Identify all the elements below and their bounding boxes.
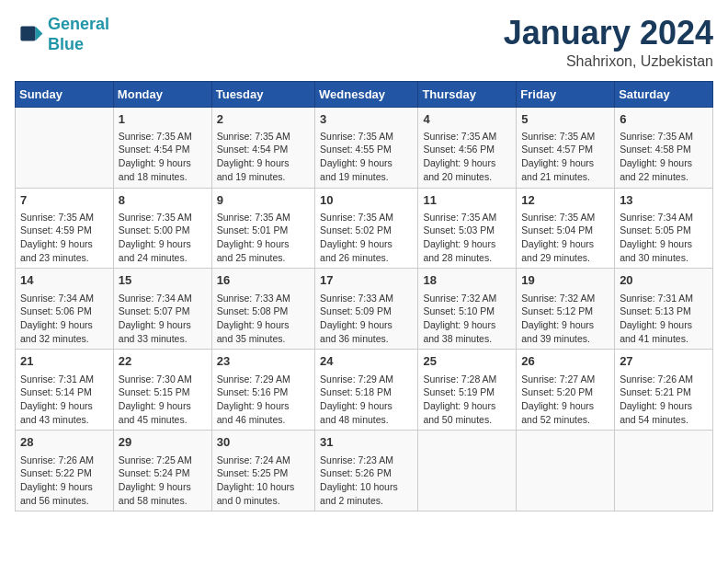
day-info: Sunrise: 7:24 AM Sunset: 5:25 PM Dayligh…: [217, 454, 310, 508]
day-info: Sunrise: 7:35 AM Sunset: 5:02 PM Dayligh…: [320, 211, 413, 265]
column-header-monday: Monday: [113, 81, 211, 107]
title-block: January 2024 Shahrixon, Uzbekistan: [504, 15, 713, 70]
calendar-cell: 8Sunrise: 7:35 AM Sunset: 5:00 PM Daylig…: [113, 188, 211, 269]
day-info: Sunrise: 7:29 AM Sunset: 5:16 PM Dayligh…: [217, 373, 310, 427]
calendar-cell: 31Sunrise: 7:23 AM Sunset: 5:26 PM Dayli…: [315, 431, 418, 511]
day-number: 30: [217, 434, 310, 451]
calendar-cell: 18Sunrise: 7:32 AM Sunset: 5:10 PM Dayli…: [418, 269, 517, 350]
day-number: 7: [20, 192, 108, 209]
calendar-cell: 7Sunrise: 7:35 AM Sunset: 4:59 PM Daylig…: [16, 188, 114, 269]
calendar-cell: 28Sunrise: 7:26 AM Sunset: 5:22 PM Dayli…: [16, 431, 114, 511]
day-info: Sunrise: 7:33 AM Sunset: 5:08 PM Dayligh…: [217, 292, 310, 346]
calendar-cell: [418, 431, 517, 511]
day-info: Sunrise: 7:35 AM Sunset: 4:54 PM Dayligh…: [217, 130, 310, 184]
day-info: Sunrise: 7:26 AM Sunset: 5:21 PM Dayligh…: [620, 373, 708, 427]
calendar-cell: 30Sunrise: 7:24 AM Sunset: 5:25 PM Dayli…: [211, 431, 314, 511]
day-info: Sunrise: 7:29 AM Sunset: 5:18 PM Dayligh…: [320, 373, 413, 427]
calendar-cell: 20Sunrise: 7:31 AM Sunset: 5:13 PM Dayli…: [615, 269, 713, 350]
day-info: Sunrise: 7:35 AM Sunset: 4:55 PM Dayligh…: [320, 130, 413, 184]
day-info: Sunrise: 7:25 AM Sunset: 5:24 PM Dayligh…: [119, 454, 207, 508]
column-header-wednesday: Wednesday: [315, 81, 418, 107]
calendar-week-1: 1Sunrise: 7:35 AM Sunset: 4:54 PM Daylig…: [16, 107, 713, 188]
calendar-cell: 15Sunrise: 7:34 AM Sunset: 5:07 PM Dayli…: [113, 269, 211, 350]
column-header-thursday: Thursday: [418, 81, 517, 107]
calendar-week-2: 7Sunrise: 7:35 AM Sunset: 4:59 PM Daylig…: [16, 188, 713, 269]
day-number: 26: [521, 353, 609, 370]
day-number: 14: [20, 272, 108, 289]
day-info: Sunrise: 7:35 AM Sunset: 4:59 PM Dayligh…: [20, 211, 108, 265]
day-number: 23: [217, 353, 310, 370]
calendar-cell: 4Sunrise: 7:35 AM Sunset: 4:56 PM Daylig…: [418, 107, 517, 188]
column-header-sunday: Sunday: [16, 81, 114, 107]
day-info: Sunrise: 7:30 AM Sunset: 5:15 PM Dayligh…: [119, 373, 207, 427]
day-number: 28: [20, 434, 108, 451]
logo-text: General Blue: [48, 15, 109, 54]
calendar-cell: 29Sunrise: 7:25 AM Sunset: 5:24 PM Dayli…: [113, 431, 211, 511]
day-info: Sunrise: 7:35 AM Sunset: 4:58 PM Dayligh…: [620, 130, 708, 184]
calendar-body: 1Sunrise: 7:35 AM Sunset: 4:54 PM Daylig…: [16, 107, 713, 511]
day-info: Sunrise: 7:26 AM Sunset: 5:22 PM Dayligh…: [20, 454, 108, 508]
calendar-cell: 11Sunrise: 7:35 AM Sunset: 5:03 PM Dayli…: [418, 188, 517, 269]
svg-marker-0: [35, 26, 42, 40]
calendar-cell: 6Sunrise: 7:35 AM Sunset: 4:58 PM Daylig…: [615, 107, 713, 188]
calendar-cell: 26Sunrise: 7:27 AM Sunset: 5:20 PM Dayli…: [517, 350, 615, 431]
column-header-friday: Friday: [517, 81, 615, 107]
logo-icon: [15, 20, 44, 50]
day-number: 18: [423, 272, 511, 289]
day-number: 19: [521, 272, 609, 289]
day-number: 6: [620, 111, 708, 128]
day-info: Sunrise: 7:35 AM Sunset: 4:57 PM Dayligh…: [521, 130, 609, 184]
day-info: Sunrise: 7:35 AM Sunset: 5:01 PM Dayligh…: [217, 211, 310, 265]
day-info: Sunrise: 7:34 AM Sunset: 5:05 PM Dayligh…: [620, 211, 708, 265]
day-number: 31: [320, 434, 413, 451]
day-number: 13: [620, 192, 708, 209]
calendar-header-row: SundayMondayTuesdayWednesdayThursdayFrid…: [16, 81, 713, 107]
day-number: 17: [320, 272, 413, 289]
day-number: 4: [423, 111, 511, 128]
calendar-cell: 1Sunrise: 7:35 AM Sunset: 4:54 PM Daylig…: [113, 107, 211, 188]
calendar-cell: [615, 431, 713, 511]
day-number: 29: [119, 434, 207, 451]
calendar-week-4: 21Sunrise: 7:31 AM Sunset: 5:14 PM Dayli…: [16, 350, 713, 431]
day-info: Sunrise: 7:23 AM Sunset: 5:26 PM Dayligh…: [320, 454, 413, 508]
day-info: Sunrise: 7:35 AM Sunset: 5:04 PM Dayligh…: [521, 211, 609, 265]
calendar-cell: [517, 431, 615, 511]
day-number: 22: [119, 353, 207, 370]
day-info: Sunrise: 7:35 AM Sunset: 4:54 PM Dayligh…: [119, 130, 207, 184]
day-info: Sunrise: 7:33 AM Sunset: 5:09 PM Dayligh…: [320, 292, 413, 346]
day-number: 27: [620, 353, 708, 370]
svg-rect-1: [20, 26, 35, 40]
day-info: Sunrise: 7:32 AM Sunset: 5:12 PM Dayligh…: [521, 292, 609, 346]
day-info: Sunrise: 7:31 AM Sunset: 5:13 PM Dayligh…: [620, 292, 708, 346]
day-number: 10: [320, 192, 413, 209]
day-number: 1: [119, 111, 207, 128]
calendar-cell: 17Sunrise: 7:33 AM Sunset: 5:09 PM Dayli…: [315, 269, 418, 350]
day-info: Sunrise: 7:35 AM Sunset: 5:03 PM Dayligh…: [423, 211, 511, 265]
calendar-table: SundayMondayTuesdayWednesdayThursdayFrid…: [15, 81, 713, 512]
calendar-cell: 21Sunrise: 7:31 AM Sunset: 5:14 PM Dayli…: [16, 350, 114, 431]
day-number: 12: [521, 192, 609, 209]
calendar-cell: 13Sunrise: 7:34 AM Sunset: 5:05 PM Dayli…: [615, 188, 713, 269]
calendar-cell: 16Sunrise: 7:33 AM Sunset: 5:08 PM Dayli…: [211, 269, 314, 350]
day-number: 3: [320, 111, 413, 128]
column-header-saturday: Saturday: [615, 81, 713, 107]
calendar-cell: 5Sunrise: 7:35 AM Sunset: 4:57 PM Daylig…: [517, 107, 615, 188]
calendar-cell: 24Sunrise: 7:29 AM Sunset: 5:18 PM Dayli…: [315, 350, 418, 431]
calendar-cell: 2Sunrise: 7:35 AM Sunset: 4:54 PM Daylig…: [211, 107, 314, 188]
day-number: 15: [119, 272, 207, 289]
calendar-cell: 10Sunrise: 7:35 AM Sunset: 5:02 PM Dayli…: [315, 188, 418, 269]
calendar-cell: 3Sunrise: 7:35 AM Sunset: 4:55 PM Daylig…: [315, 107, 418, 188]
calendar-week-3: 14Sunrise: 7:34 AM Sunset: 5:06 PM Dayli…: [16, 269, 713, 350]
calendar-cell: [16, 107, 114, 188]
day-number: 16: [217, 272, 310, 289]
subtitle: Shahrixon, Uzbekistan: [504, 53, 713, 70]
day-info: Sunrise: 7:27 AM Sunset: 5:20 PM Dayligh…: [521, 373, 609, 427]
day-info: Sunrise: 7:32 AM Sunset: 5:10 PM Dayligh…: [423, 292, 511, 346]
day-info: Sunrise: 7:31 AM Sunset: 5:14 PM Dayligh…: [20, 373, 108, 427]
calendar-week-5: 28Sunrise: 7:26 AM Sunset: 5:22 PM Dayli…: [16, 431, 713, 511]
calendar-cell: 19Sunrise: 7:32 AM Sunset: 5:12 PM Dayli…: [517, 269, 615, 350]
day-number: 25: [423, 353, 511, 370]
day-info: Sunrise: 7:34 AM Sunset: 5:07 PM Dayligh…: [119, 292, 207, 346]
day-number: 9: [217, 192, 310, 209]
main-title: January 2024: [504, 15, 713, 52]
